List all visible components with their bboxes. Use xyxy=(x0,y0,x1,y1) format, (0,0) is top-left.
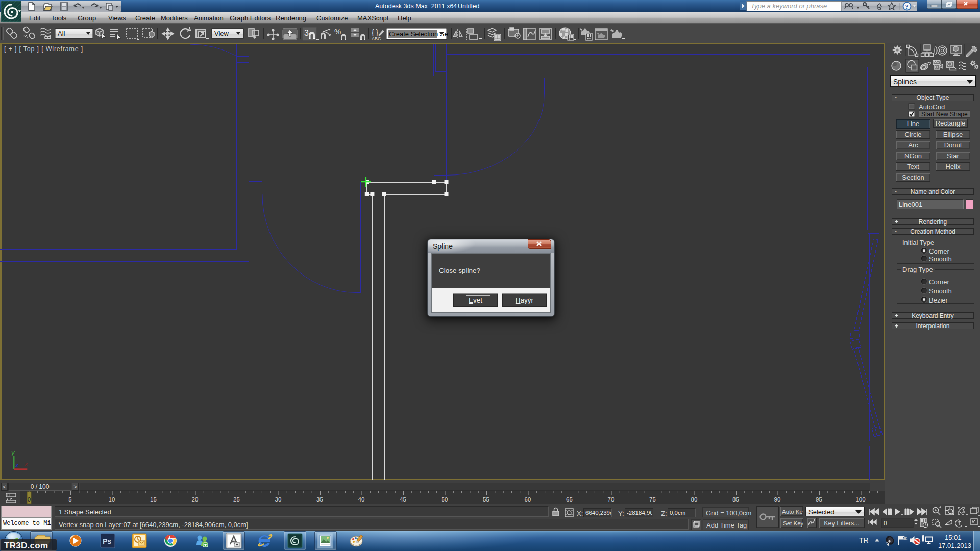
svg-text:25: 25 xyxy=(233,496,240,503)
svg-text:30: 30 xyxy=(275,496,282,503)
svg-text:35: 35 xyxy=(316,496,323,503)
svg-text:15: 15 xyxy=(150,496,157,503)
svg-text:65: 65 xyxy=(566,496,573,503)
svg-text:View: View xyxy=(214,30,229,37)
svg-text:95: 95 xyxy=(816,496,822,503)
svg-text:x: x xyxy=(24,460,28,468)
svg-text:80: 80 xyxy=(691,496,698,503)
svg-text:0: 0 xyxy=(28,496,31,503)
svg-text:%: % xyxy=(334,27,341,36)
svg-text:ABC: ABC xyxy=(372,36,381,41)
svg-text:3: 3 xyxy=(304,29,309,37)
svg-text:90: 90 xyxy=(774,496,781,503)
svg-text:y: y xyxy=(11,448,15,456)
svg-text:?: ? xyxy=(905,3,909,10)
svg-text:Type a keyword or phrase: Type a keyword or phrase xyxy=(751,2,827,10)
svg-text:z: z xyxy=(15,461,19,469)
svg-text:70: 70 xyxy=(608,496,615,503)
svg-text:5: 5 xyxy=(68,496,71,503)
svg-text:55: 55 xyxy=(483,496,489,503)
svg-text:75: 75 xyxy=(649,496,656,503)
svg-text:{ }: { } xyxy=(372,28,379,36)
svg-text:20: 20 xyxy=(192,496,199,503)
svg-text:85: 85 xyxy=(732,496,739,503)
svg-text:0: 0 xyxy=(884,520,887,527)
svg-text:40: 40 xyxy=(358,496,365,503)
svg-text:10: 10 xyxy=(109,496,115,503)
svg-text:50: 50 xyxy=(442,496,448,503)
svg-text:Create Selection Se: Create Selection Se xyxy=(389,30,448,38)
svg-text:Ps: Ps xyxy=(103,537,111,545)
svg-text:45: 45 xyxy=(400,496,406,503)
svg-text:All: All xyxy=(58,30,65,37)
svg-text:60: 60 xyxy=(525,496,531,503)
svg-text:100: 100 xyxy=(855,496,865,503)
